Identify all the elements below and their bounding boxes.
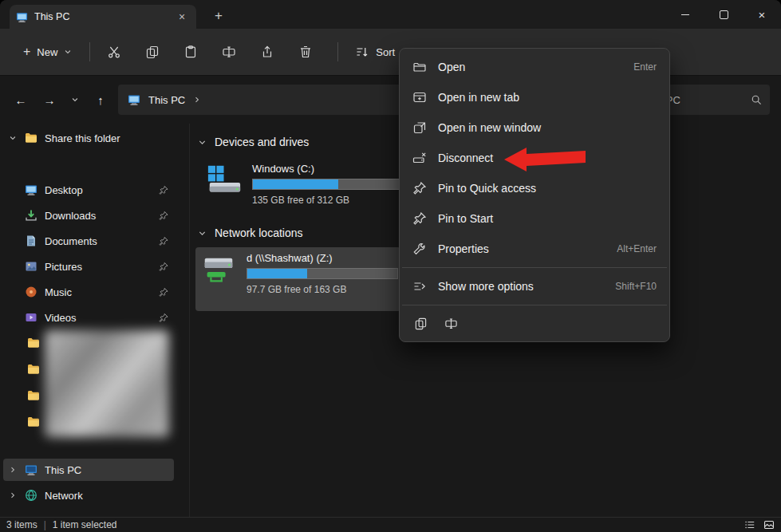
pin-icon — [412, 181, 427, 195]
delete-button[interactable] — [290, 37, 321, 66]
tab-this-pc[interactable]: This PC × — [10, 5, 196, 29]
menu-item-pin-to-start[interactable]: Pin to Start — [403, 203, 666, 234]
rename-icon — [222, 45, 236, 59]
rename-button[interactable] — [214, 37, 244, 66]
chevron-down-icon[interactable] — [8, 134, 18, 142]
section-network-locations[interactable]: Network locations — [198, 227, 303, 239]
selection-count: 1 item selected — [53, 519, 117, 530]
context-menu: Open Enter Open in new tab Open in new w… — [399, 48, 670, 342]
up-button[interactable]: ↑ — [89, 89, 112, 111]
chevron-right-icon[interactable] — [8, 491, 18, 499]
chevron-down-icon[interactable] — [198, 229, 207, 238]
this-pc-icon — [128, 93, 140, 106]
menu-item-label: Open in new tab — [438, 91, 519, 104]
minimize-button[interactable] — [666, 0, 704, 29]
disconnect-icon — [412, 151, 427, 165]
blurred-folder-item[interactable] — [24, 384, 43, 407]
chevron-down-icon[interactable] — [198, 138, 207, 147]
menu-item-properties[interactable]: Properties Alt+Enter — [403, 234, 666, 264]
paste-button[interactable] — [176, 37, 206, 66]
sidebar-item-this-pc[interactable]: This PC — [3, 459, 174, 481]
sidebar-item-videos[interactable]: Videos — [3, 306, 174, 329]
new-tab-button[interactable]: + — [209, 6, 228, 26]
pin-icon — [158, 211, 169, 221]
new-button[interactable]: + New — [14, 41, 81, 64]
capacity-bar-fill — [253, 179, 338, 189]
sidebar-item-label: Desktop — [45, 184, 151, 196]
file-explorer-window: This PC × + × + New — [0, 0, 781, 532]
tab-close-button[interactable]: × — [174, 9, 190, 25]
back-button[interactable]: ← — [10, 89, 32, 111]
share-icon — [260, 45, 274, 59]
chevron-right-icon[interactable] — [193, 96, 201, 104]
cut-button[interactable] — [99, 37, 129, 66]
this-pc-icon — [16, 11, 28, 23]
blurred-folder-item[interactable] — [24, 358, 43, 380]
search-icon — [751, 94, 762, 105]
breadcrumb-root[interactable]: This PC — [148, 94, 185, 106]
sidebar-item-share-this-folder[interactable]: Share this folder — [3, 127, 174, 149]
status-divider: | — [44, 519, 46, 530]
sidebar-item-pictures[interactable]: Pictures — [3, 255, 174, 278]
network-drive-icon — [200, 252, 237, 287]
windows-drive-icon — [206, 163, 243, 198]
pane-splitter[interactable] — [189, 124, 190, 517]
sidebar-item-label: Documents — [45, 235, 151, 247]
thumbnail-view-button[interactable] — [763, 519, 775, 530]
new-button-label: New — [37, 46, 57, 58]
videos-icon — [25, 311, 37, 324]
menu-item-open-in-new-window[interactable]: Open in new window — [403, 112, 666, 143]
share-button[interactable] — [252, 37, 282, 66]
sidebar-item-label: Videos — [45, 312, 151, 324]
menu-separator — [402, 267, 667, 268]
rename-button[interactable] — [438, 311, 463, 335]
menu-item-label: Show more options — [438, 280, 534, 293]
sidebar-item-label: Share this folder — [45, 132, 169, 144]
maximize-icon — [720, 10, 728, 19]
copy-icon — [414, 317, 428, 330]
redacted-folder-names — [45, 330, 169, 437]
window-controls: × — [666, 0, 781, 29]
recent-locations-button[interactable] — [67, 89, 83, 111]
copy-button[interactable] — [137, 37, 168, 66]
delete-icon — [298, 45, 313, 59]
maximize-button[interactable] — [704, 0, 743, 29]
sidebar-item-music[interactable]: Music — [3, 281, 174, 303]
sidebar-item-network[interactable]: Network — [3, 484, 174, 506]
drive-free-space: 135 GB free of 312 GB — [252, 195, 404, 206]
menu-item-show-more-options[interactable]: Show more options Shift+F10 — [403, 271, 666, 301]
drive-windows-c[interactable]: Windows (C:) 135 GB free of 312 GB — [201, 158, 400, 211]
this-pc-icon — [25, 463, 37, 476]
menu-item-open[interactable]: Open Enter — [403, 52, 666, 82]
blurred-folder-item[interactable] — [24, 411, 43, 433]
menu-item-label: Properties — [438, 242, 489, 255]
folder-icon — [27, 416, 40, 428]
chevron-down-icon — [71, 96, 79, 104]
blurred-folder-item[interactable] — [24, 332, 43, 354]
sidebar-item-documents[interactable]: Documents — [3, 230, 174, 252]
desktop-icon — [25, 183, 37, 196]
cut-icon — [107, 45, 121, 59]
toolbar-separator — [89, 42, 90, 61]
sidebar-item-downloads[interactable]: Downloads — [3, 204, 174, 227]
details-view-button[interactable] — [744, 519, 755, 530]
minimize-icon — [681, 14, 689, 15]
menu-item-label: Open — [438, 61, 465, 73]
copy-icon — [145, 45, 160, 59]
menu-item-pin-to-quick-access[interactable]: Pin to Quick access — [403, 173, 666, 203]
navigation-pane: Share this folder Desktop Downloads Docu… — [0, 124, 189, 517]
capacity-bar-fill — [247, 269, 307, 278]
close-button[interactable]: × — [743, 0, 781, 29]
toolbar-separator — [337, 42, 338, 61]
forward-button[interactable]: → — [38, 89, 61, 111]
sidebar-item-desktop[interactable]: Desktop — [3, 179, 174, 201]
new-window-icon — [412, 120, 427, 135]
show-more-icon — [412, 279, 427, 294]
sidebar-item-label: Network — [45, 490, 169, 502]
chevron-right-icon[interactable] — [8, 466, 18, 474]
sidebar-item-label: Downloads — [45, 210, 151, 222]
copy-button[interactable] — [408, 311, 433, 335]
drive-network-z[interactable]: d (\\Shashwat) (Z:) 97.7 GB free of 163 … — [195, 247, 401, 311]
menu-item-open-in-new-tab[interactable]: Open in new tab — [403, 82, 666, 112]
section-devices-and-drives[interactable]: Devices and drives — [198, 136, 309, 148]
